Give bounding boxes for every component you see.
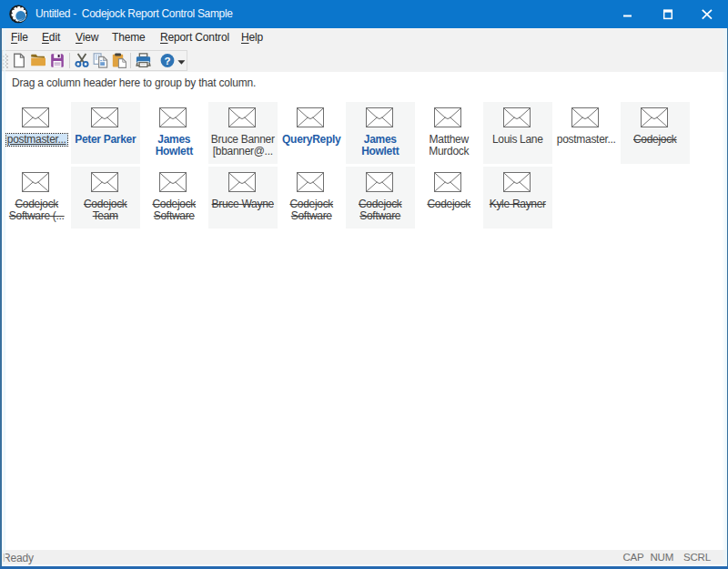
svg-text:?: ?: [164, 56, 170, 66]
